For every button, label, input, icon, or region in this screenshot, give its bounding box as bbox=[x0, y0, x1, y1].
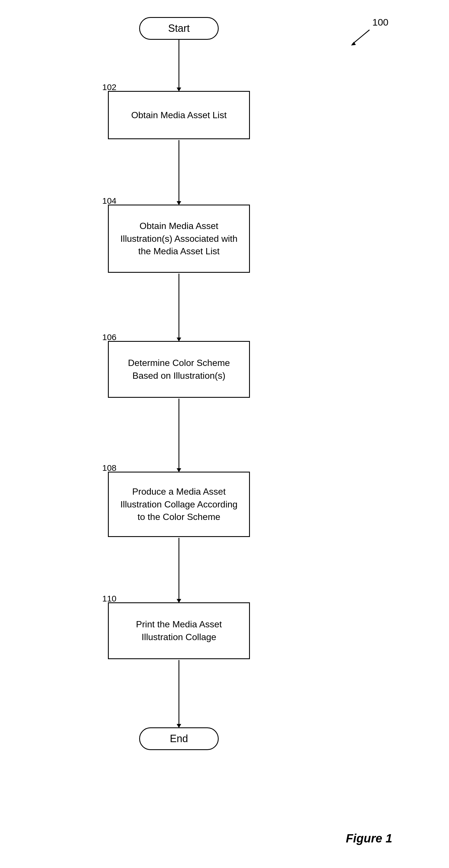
figure-label: Figure 1 bbox=[346, 832, 392, 845]
ref-label-108: 108 bbox=[102, 463, 117, 473]
ref-label-102: 102 bbox=[102, 83, 117, 92]
end-node: End bbox=[139, 727, 219, 750]
ref-100-arrow: 100 bbox=[335, 16, 398, 50]
ref-label-110: 110 bbox=[102, 594, 117, 603]
process-box-104: Obtain Media Asset Illustration(s) Assoc… bbox=[108, 205, 250, 273]
start-node: Start bbox=[139, 17, 219, 40]
process-box-110: Print the Media Asset Illustration Colla… bbox=[108, 602, 250, 659]
ref-label-106: 106 bbox=[102, 333, 117, 342]
ref-label-104: 104 bbox=[102, 196, 117, 206]
diagram-container: Figure 1 100 Start 102 Obtain Media bbox=[0, 0, 449, 868]
ref-100-text: 100 bbox=[372, 17, 388, 28]
process-box-106: Determine Color Scheme Based on Illustra… bbox=[108, 341, 250, 398]
process-box-108: Produce a Media Asset Illustration Colla… bbox=[108, 472, 250, 537]
svg-line-0 bbox=[352, 30, 370, 44]
process-box-102: Obtain Media Asset List bbox=[108, 91, 250, 139]
